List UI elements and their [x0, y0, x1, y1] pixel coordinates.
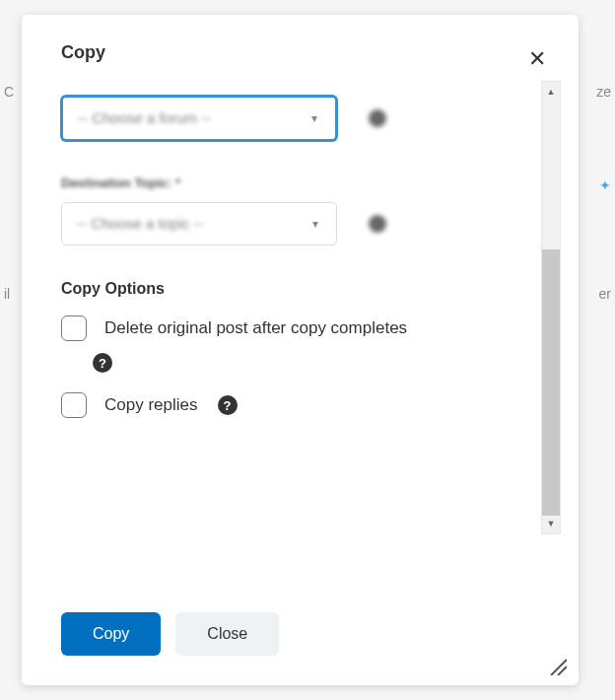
forum-dropdown[interactable]: -- Choose a forum -- ▾ [61, 96, 337, 141]
background-text: er [599, 286, 611, 302]
scroll-track[interactable] [542, 102, 560, 514]
modal-footer: Copy Close [22, 593, 579, 685]
forum-dropdown-placeholder: -- Choose a forum -- [78, 109, 211, 126]
help-icon[interactable]: ? [93, 353, 112, 373]
background-text: il [4, 286, 10, 302]
help-icon[interactable]: ? [218, 395, 238, 415]
scrollbar[interactable]: ▲ ▼ [541, 81, 561, 534]
scroll-thumb[interactable] [542, 249, 560, 516]
topic-label: Destination Topic: * [61, 175, 485, 190]
copy-replies-label: Copy replies [104, 395, 198, 415]
chevron-down-icon: ▾ [312, 217, 318, 231]
topic-refresh-icon[interactable] [369, 215, 386, 233]
forum-field-group: -- Choose a forum -- ▾ [61, 96, 485, 141]
chevron-down-icon: ▾ [311, 111, 317, 125]
delete-original-label: Delete original post after copy complete… [104, 318, 407, 338]
topic-field-group: Destination Topic: * -- Choose a topic -… [61, 175, 485, 245]
copy-replies-row: Copy replies ? [61, 392, 485, 418]
background-text: C [4, 84, 14, 100]
scroll-down-arrow-icon[interactable]: ▼ [542, 514, 560, 533]
resize-handle-icon[interactable] [547, 656, 567, 675]
topic-dropdown-placeholder: -- Choose a topic -- [77, 215, 203, 232]
copy-options-title: Copy Options [61, 280, 485, 298]
delete-original-checkbox[interactable] [61, 315, 87, 341]
background-text: ze [596, 84, 611, 100]
copy-modal: Copy ✕ -- Choose a forum -- ▾ Destinatio… [22, 15, 579, 685]
background-text: ✦ [599, 177, 611, 193]
close-icon[interactable]: ✕ [525, 47, 549, 71]
topic-dropdown[interactable]: -- Choose a topic -- ▾ [61, 202, 337, 245]
copy-button[interactable]: Copy [61, 612, 161, 656]
delete-original-row: Delete original post after copy complete… [61, 315, 485, 341]
modal-body: -- Choose a forum -- ▾ Destination Topic… [22, 81, 579, 593]
copy-replies-checkbox[interactable] [61, 392, 87, 418]
modal-title: Copy [61, 42, 105, 63]
modal-header: Copy ✕ [22, 15, 579, 81]
forum-refresh-icon[interactable] [369, 109, 386, 127]
scroll-up-arrow-icon[interactable]: ▲ [542, 82, 560, 102]
close-button[interactable]: Close [175, 612, 279, 656]
